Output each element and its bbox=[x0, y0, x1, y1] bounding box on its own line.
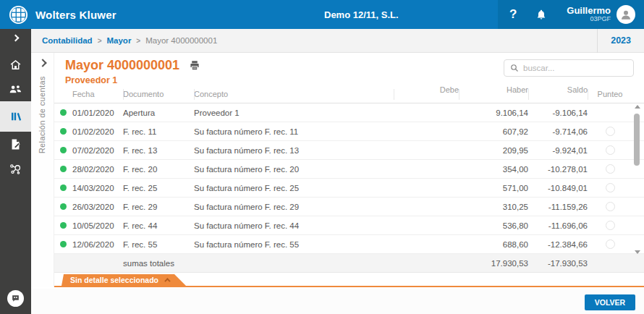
user-name: Guillermo bbox=[567, 6, 611, 16]
chevron-right-icon bbox=[12, 34, 20, 41]
cell-haber: 209,95 bbox=[459, 146, 528, 155]
user-code: 03PGF bbox=[567, 16, 611, 23]
breadcrumb: Contabilidad > Mayor > Mayor 4000000001 bbox=[31, 36, 217, 45]
top-header: Wolters Kluwer Demo 12/11, S.L. ? Guille… bbox=[0, 0, 644, 29]
cell-documento: F. rec. 25 bbox=[123, 184, 194, 192]
cell-fecha: 01/01/2020 bbox=[72, 109, 123, 117]
punteo-radio[interactable] bbox=[606, 127, 615, 136]
cell-fecha: 10/05/2020 bbox=[72, 221, 123, 230]
app-window: Wolters Kluwer Demo 12/11, S.L. ? Guille… bbox=[0, 0, 644, 314]
scroll-down-arrow-icon[interactable] bbox=[635, 250, 640, 254]
table-row[interactable]: 01/02/2020 F. rec. 11 Su factura número … bbox=[54, 122, 644, 141]
sidebar-item-ledger[interactable] bbox=[0, 101, 31, 132]
notifications-bell-icon[interactable] bbox=[535, 9, 547, 21]
totals-label: sumas totales bbox=[123, 259, 194, 268]
search-input[interactable] bbox=[523, 64, 617, 72]
table-row[interactable]: 26/03/2020 F. rec. 29 Su factura número … bbox=[54, 198, 644, 216]
cell-saldo: -11.159,26 bbox=[528, 203, 588, 211]
table-row[interactable]: 12/06/2020 F. rec. 55 Su factura número … bbox=[54, 235, 644, 254]
cell-documento: F. rec. 13 bbox=[123, 146, 194, 155]
table-row[interactable]: 07/02/2020 F. rec. 13 Su factura número … bbox=[54, 141, 644, 160]
scrollbar-thumb[interactable] bbox=[634, 114, 640, 166]
detail-tab-label: Sin detalle seleccionado bbox=[70, 276, 158, 284]
punteo-radio[interactable] bbox=[606, 164, 615, 174]
cell-fecha: 26/03/2020 bbox=[72, 203, 123, 211]
cell-saldo: -10.849,01 bbox=[528, 184, 588, 192]
help-button[interactable]: ? bbox=[509, 7, 517, 22]
back-button[interactable]: VOLVER bbox=[585, 294, 635, 310]
cell-concepto: Su factura número F. rec. 11 bbox=[194, 127, 394, 136]
chatbot-icon bbox=[11, 294, 20, 303]
status-dot-icon bbox=[60, 128, 67, 135]
totals-saldo: -17.930,53 bbox=[528, 259, 588, 268]
cell-saldo: -11.696,06 bbox=[528, 221, 588, 230]
sidebar-item-network[interactable] bbox=[0, 156, 31, 181]
detail-tab[interactable]: Sin detalle seleccionado bbox=[62, 274, 186, 286]
account-subtitle: Proveedor 1 bbox=[65, 75, 117, 85]
punteo-radio[interactable] bbox=[606, 221, 615, 230]
wolters-kluwer-logo-icon bbox=[9, 5, 28, 25]
punteo-radio[interactable] bbox=[606, 145, 615, 155]
search-icon bbox=[510, 64, 519, 72]
bottom-bar: VOLVER bbox=[31, 289, 644, 314]
nav-sidebar bbox=[0, 29, 31, 314]
avatar[interactable] bbox=[617, 5, 635, 24]
search-box bbox=[504, 59, 634, 77]
sidebar-item-document-edit[interactable] bbox=[0, 132, 31, 156]
cell-fecha: 28/02/2020 bbox=[72, 165, 123, 174]
panel-expand-button[interactable] bbox=[38, 59, 46, 67]
cell-saldo: -10.278,01 bbox=[528, 165, 588, 174]
cell-saldo: -9.106,14 bbox=[528, 109, 588, 117]
punteo-radio[interactable] bbox=[606, 202, 615, 211]
cell-haber: 536,80 bbox=[459, 221, 528, 230]
breadcrumb-bar: Contabilidad > Mayor > Mayor 4000000001 … bbox=[31, 29, 644, 53]
table-row[interactable]: 10/05/2020 F. rec. 44 Su factura número … bbox=[54, 216, 644, 235]
users-icon bbox=[9, 83, 22, 96]
status-dot-icon bbox=[60, 109, 67, 116]
cell-concepto: Su factura número F. rec. 13 bbox=[194, 146, 394, 155]
breadcrumb-separator: > bbox=[136, 37, 140, 45]
totals-haber: 17.930,53 bbox=[459, 259, 528, 268]
status-dot-icon bbox=[60, 203, 67, 210]
punteo-radio[interactable] bbox=[606, 239, 615, 249]
punteo-radio[interactable] bbox=[606, 183, 615, 192]
cell-haber: 9.106,14 bbox=[459, 109, 528, 117]
cell-concepto: Su factura número F. rec. 25 bbox=[194, 184, 394, 192]
table-row[interactable]: 01/01/2020 Apertura Proveedor 1 9.106,14… bbox=[54, 103, 644, 122]
column-header-saldo[interactable]: Saldo bbox=[528, 85, 588, 103]
brand-title: Wolters Kluwer bbox=[35, 9, 116, 21]
cell-fecha: 14/03/2020 bbox=[72, 184, 123, 192]
breadcrumb-link-mayor[interactable]: Mayor bbox=[106, 36, 131, 45]
breadcrumb-separator: > bbox=[98, 37, 102, 45]
year-selector[interactable]: 2023 bbox=[597, 29, 644, 53]
user-block[interactable]: Guillermo 03PGF bbox=[567, 6, 611, 23]
cell-fecha: 01/02/2020 bbox=[72, 127, 123, 136]
breadcrumb-link-contabilidad[interactable]: Contabilidad bbox=[42, 36, 93, 45]
sidebar-item-home[interactable] bbox=[0, 52, 31, 77]
status-dot-icon bbox=[60, 222, 67, 229]
scroll-up-arrow-icon[interactable] bbox=[635, 105, 640, 109]
sidebar-expand-button[interactable] bbox=[0, 29, 31, 46]
sidebar-item-users[interactable] bbox=[0, 77, 31, 101]
table-row[interactable]: 14/03/2020 F. rec. 25 Su factura número … bbox=[54, 179, 644, 198]
company-name: Demo 12/11, S.L. bbox=[324, 0, 399, 29]
panel-label[interactable]: Relación de cuentas bbox=[38, 76, 46, 153]
page-title: Mayor 4000000001 bbox=[65, 58, 179, 73]
column-header-concepto[interactable]: Concepto bbox=[194, 85, 394, 103]
column-header-haber[interactable]: Haber bbox=[459, 85, 528, 103]
network-icon bbox=[9, 162, 22, 176]
table-scrollbar[interactable] bbox=[633, 105, 642, 254]
cell-saldo: -9.924,01 bbox=[528, 146, 588, 155]
chatbot-button[interactable] bbox=[7, 290, 24, 307]
document-edit-icon bbox=[9, 138, 22, 150]
column-header-punteo[interactable]: Punteo bbox=[588, 85, 632, 103]
cell-concepto: Su factura número F. rec. 20 bbox=[194, 165, 394, 174]
column-header-documento[interactable]: Documento bbox=[123, 85, 194, 103]
print-button[interactable] bbox=[189, 60, 200, 71]
table-header: Fecha Documento Concepto Debe Haber Sald… bbox=[54, 85, 644, 103]
column-header-fecha[interactable]: Fecha bbox=[72, 85, 123, 103]
cell-documento: F. rec. 11 bbox=[123, 127, 194, 136]
column-header-debe[interactable]: Debe bbox=[394, 85, 459, 103]
table-row[interactable]: 28/02/2020 F. rec. 20 Su factura número … bbox=[54, 160, 644, 179]
cell-haber: 607,92 bbox=[459, 127, 528, 136]
